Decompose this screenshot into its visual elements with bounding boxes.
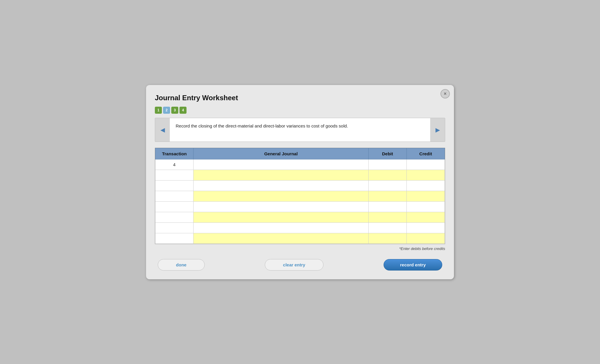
journal-table: Transaction General Journal Debit Credit… <box>155 148 445 244</box>
prev-button[interactable]: ◀ <box>155 118 170 142</box>
journal-cell[interactable] <box>194 170 369 180</box>
journal-cell[interactable] <box>194 212 369 222</box>
credit-cell[interactable] <box>407 180 445 191</box>
debit-cell[interactable] <box>369 201 407 212</box>
credit-input[interactable] <box>407 233 445 244</box>
journal-input[interactable] <box>194 159 368 170</box>
transaction-cell <box>155 191 194 201</box>
credit-input[interactable] <box>407 202 445 212</box>
instruction-box: ◀ Record the closing of the direct-mater… <box>155 118 445 142</box>
instruction-text: Record the closing of the direct-materia… <box>170 118 430 142</box>
journal-input[interactable] <box>194 223 368 233</box>
debit-cell[interactable] <box>369 222 407 233</box>
credit-input[interactable] <box>407 159 445 170</box>
debit-input[interactable] <box>369 191 406 201</box>
journal-input[interactable] <box>194 170 368 180</box>
table-row <box>155 170 445 180</box>
credit-cell[interactable] <box>407 159 445 170</box>
debit-input[interactable] <box>369 223 406 233</box>
header-debit: Debit <box>369 148 407 159</box>
journal-cell[interactable] <box>194 201 369 212</box>
debit-cell[interactable] <box>369 212 407 222</box>
transaction-cell <box>155 201 194 212</box>
credit-cell[interactable] <box>407 170 445 180</box>
journal-cell[interactable] <box>194 180 369 191</box>
step-4[interactable]: 4 <box>179 107 187 114</box>
table-header-row: Transaction General Journal Debit Credit <box>155 148 445 159</box>
transaction-cell <box>155 180 194 191</box>
debit-input[interactable] <box>369 159 406 170</box>
credit-cell[interactable] <box>407 201 445 212</box>
journal-input[interactable] <box>194 212 368 222</box>
step-3[interactable]: 3 <box>171 107 178 114</box>
transaction-cell <box>155 233 194 244</box>
table-row <box>155 222 445 233</box>
journal-entry-dialog: × Journal Entry Worksheet 1 2 3 4 ◀ Reco… <box>146 85 454 279</box>
footer: done clear entry record entry <box>155 259 445 271</box>
table-row <box>155 191 445 201</box>
journal-cell[interactable] <box>194 159 369 170</box>
credit-input[interactable] <box>407 223 445 233</box>
clear-entry-button[interactable]: clear entry <box>265 259 323 271</box>
transaction-cell: 4 <box>155 159 194 170</box>
done-button[interactable]: done <box>158 259 205 271</box>
transaction-cell <box>155 222 194 233</box>
step-1[interactable]: 1 <box>155 107 162 114</box>
credit-cell[interactable] <box>407 191 445 201</box>
record-entry-button[interactable]: record entry <box>384 259 442 271</box>
credit-cell[interactable] <box>407 233 445 244</box>
debit-cell[interactable] <box>369 159 407 170</box>
header-credit: Credit <box>407 148 445 159</box>
table-row <box>155 233 445 244</box>
credit-input[interactable] <box>407 191 445 201</box>
journal-input[interactable] <box>194 191 368 201</box>
debit-input[interactable] <box>369 181 406 191</box>
debit-input[interactable] <box>369 202 406 212</box>
close-icon: × <box>444 91 446 96</box>
debit-cell[interactable] <box>369 180 407 191</box>
journal-cell[interactable] <box>194 191 369 201</box>
debit-cell[interactable] <box>369 170 407 180</box>
dialog-title: Journal Entry Worksheet <box>155 94 445 102</box>
journal-cell[interactable] <box>194 233 369 244</box>
step-2[interactable]: 2 <box>163 107 170 114</box>
debit-cell[interactable] <box>369 233 407 244</box>
credit-input[interactable] <box>407 212 445 222</box>
header-transaction: Transaction <box>155 148 194 159</box>
header-general-journal: General Journal <box>194 148 369 159</box>
debit-input[interactable] <box>369 233 406 244</box>
hint-text: *Enter debits before credits <box>155 246 445 251</box>
close-button[interactable]: × <box>440 89 450 98</box>
table-row: 4 <box>155 159 445 170</box>
journal-input[interactable] <box>194 181 368 191</box>
table-row <box>155 212 445 222</box>
transaction-cell <box>155 170 194 180</box>
credit-cell[interactable] <box>407 222 445 233</box>
credit-input[interactable] <box>407 170 445 180</box>
debit-input[interactable] <box>369 170 406 180</box>
table-row <box>155 180 445 191</box>
debit-input[interactable] <box>369 212 406 222</box>
journal-input[interactable] <box>194 233 368 244</box>
credit-input[interactable] <box>407 181 445 191</box>
table-row <box>155 201 445 212</box>
transaction-cell <box>155 212 194 222</box>
step-indicators: 1 2 3 4 <box>155 107 445 114</box>
next-button[interactable]: ▶ <box>430 118 445 142</box>
credit-cell[interactable] <box>407 212 445 222</box>
journal-input[interactable] <box>194 202 368 212</box>
debit-cell[interactable] <box>369 191 407 201</box>
journal-cell[interactable] <box>194 222 369 233</box>
